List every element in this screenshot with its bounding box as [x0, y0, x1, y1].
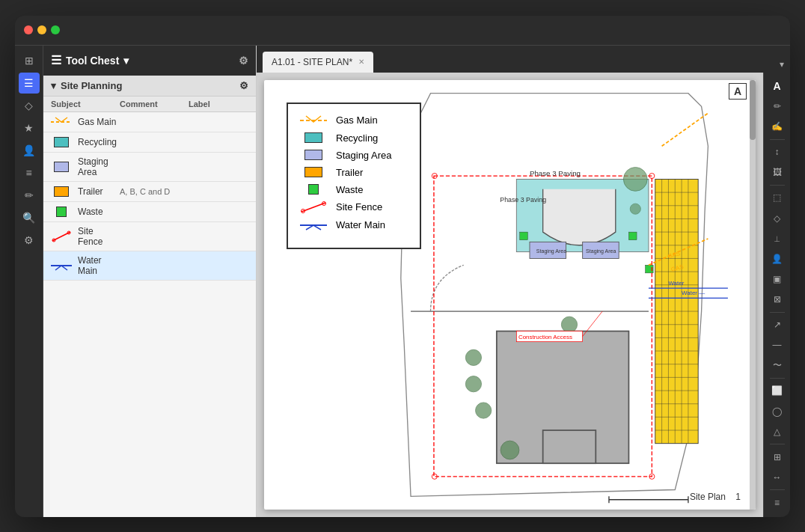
rt-cross-icon[interactable]: ⊠	[767, 290, 788, 309]
maximize-btn[interactable]	[51, 25, 60, 34]
rt-text-icon[interactable]: A	[767, 77, 788, 96]
site-fence-symbol	[51, 230, 72, 242]
cl-water-main-sym	[300, 219, 327, 231]
rt-resize-icon[interactable]: ↕	[767, 143, 788, 162]
right-toolbar: A ✏ ✍ ↕ 🖼 ⬚ ◇ ⟂ 👤 ▣ ⊠ ↗ — 〜	[763, 73, 790, 517]
section-title: Site Planning	[61, 80, 122, 91]
legend-item-staging[interactable]: Staging Area	[43, 153, 256, 182]
svg-point-62	[561, 317, 577, 332]
cl-waste: Waste	[300, 184, 408, 195]
svg-point-60	[476, 402, 492, 418]
rt-wave-icon[interactable]: 〜	[767, 356, 788, 375]
trailer-symbol	[51, 186, 72, 198]
minimize-btn[interactable]	[37, 25, 46, 34]
legend-item-waste[interactable]: Waste	[43, 202, 256, 222]
section-settings-icon[interactable]: ⚙	[239, 80, 248, 91]
svg-rect-43	[628, 232, 637, 240]
waste-symbol	[51, 206, 72, 218]
sidebar-layers-icon[interactable]: ☰	[19, 73, 40, 94]
svg-text:Phase 3 Paving: Phase 3 Paving	[500, 196, 546, 204]
staging-symbol	[51, 161, 72, 173]
rt-divider6	[770, 489, 785, 490]
cl-site-fence-label: Site Fence	[336, 201, 382, 213]
legend-item-site-fence[interactable]: Site Fence	[43, 222, 256, 251]
app-window: ⊞ ☰ ◇ ★ 👤 ≡ ✏ 🔍 ⚙ ☰ Tool Chest ▾ ⚙ ▾ Sit…	[15, 16, 790, 517]
legend-item-water-main[interactable]: Water Main	[43, 251, 256, 281]
sidebar-search-icon[interactable]: 🔍	[19, 207, 40, 228]
rt-pen-icon[interactable]: ✏	[767, 97, 788, 116]
cl-recycling: Recycling	[300, 132, 408, 144]
recycling-symbol	[51, 136, 72, 148]
rt-divider2	[770, 185, 785, 186]
cl-staging-sym	[300, 150, 327, 160]
scroll-track[interactable]	[750, 80, 756, 510]
scroll-thumb[interactable]	[750, 80, 756, 140]
legend-item-trailer[interactable]: Trailer A, B, C and D	[43, 182, 256, 202]
cl-water-main-label: Water Main	[336, 219, 385, 230]
tab-close-icon[interactable]: ✕	[358, 58, 364, 66]
sidebar-home-icon[interactable]: ⊞	[19, 50, 40, 71]
rt-draw-icon[interactable]: ✍	[767, 117, 788, 136]
svg-text:Water —: Water —	[682, 290, 705, 296]
close-btn[interactable]	[24, 25, 33, 34]
col-comment: Comment	[120, 100, 189, 108]
tab-bar: A1.01 - SITE PLAN* ✕ ▾	[257, 46, 790, 73]
gear-icon[interactable]: ⚙	[239, 55, 248, 67]
svg-text:Construction Access: Construction Access	[518, 334, 572, 340]
water-main-symbol	[51, 260, 72, 272]
rt-table-icon[interactable]: ⊞	[767, 447, 788, 466]
cl-trailer-sym	[300, 167, 327, 177]
svg-text:Staging Area: Staging Area	[586, 248, 616, 254]
section-header: ▾ Site Planning ⚙	[43, 76, 256, 97]
rt-diamond-icon[interactable]: ◇	[767, 209, 788, 227]
sidebar-shapes-icon[interactable]: ◇	[19, 95, 40, 116]
sidebar-list-icon[interactable]: ≡	[19, 162, 40, 183]
cl-water-main: Water Main	[300, 219, 408, 231]
rt-line-icon[interactable]: —	[767, 336, 788, 355]
site-plan-text: Site Plan	[690, 492, 726, 502]
page-num: 1	[735, 492, 741, 502]
title-bar	[15, 16, 790, 46]
rt-polygon-icon[interactable]: ⬚	[767, 189, 788, 207]
tab-site-plan[interactable]: A1.01 - SITE PLAN* ✕	[263, 52, 373, 73]
tab-title: A1.01 - SITE PLAN*	[272, 57, 352, 67]
sidebar-star-icon[interactable]: ★	[19, 117, 40, 138]
rt-triangle-icon[interactable]: △	[767, 422, 788, 441]
rt-menu-icon[interactable]: ≡	[767, 493, 788, 512]
rt-arrow-icon[interactable]: ↗	[767, 316, 788, 334]
col-subject: Subject	[51, 100, 120, 108]
svg-text:Water: Water	[668, 279, 684, 286]
svg-text:Staging Area: Staging Area	[536, 248, 566, 254]
rt-circle-icon[interactable]: ◯	[767, 402, 788, 421]
expand-btn[interactable]: ▾	[780, 59, 784, 73]
rt-divider5	[770, 444, 785, 444]
cl-gas-main-sym	[300, 114, 327, 126]
rt-rect-icon[interactable]: ⬜	[767, 382, 788, 400]
sidebar-settings-icon[interactable]: ⚙	[19, 230, 40, 251]
sidebar-edit-icon[interactable]: ✏	[19, 185, 40, 206]
drawing-canvas: A Gas Main	[264, 80, 756, 510]
left-icon-sidebar: ⊞ ☰ ◇ ★ 👤 ≡ ✏ 🔍 ⚙	[15, 46, 43, 517]
cl-trailer-label: Trailer	[336, 167, 363, 178]
svg-point-58	[465, 349, 481, 365]
recycling-label: Recycling	[78, 137, 117, 147]
rt-user-icon[interactable]: 👤	[767, 249, 788, 268]
rt-image-icon[interactable]: 🖼	[767, 163, 788, 182]
cl-recycling-sym	[300, 132, 327, 143]
cl-waste-label: Waste	[336, 184, 363, 195]
svg-point-61	[501, 441, 519, 459]
legend-item-recycling[interactable]: Recycling	[43, 132, 256, 153]
cl-waste-sym	[300, 184, 327, 195]
expand-icon[interactable]: ▾	[51, 80, 56, 91]
rt-divider3	[770, 312, 785, 313]
rt-angle-icon[interactable]: ⟂	[767, 229, 788, 248]
rt-grid-icon[interactable]: ▣	[767, 269, 788, 288]
sidebar-user-icon[interactable]: 👤	[19, 140, 40, 161]
legend-item-gas-main[interactable]: Gas Main	[43, 112, 256, 132]
svg-point-63	[623, 167, 647, 191]
cl-site-fence-sym	[300, 201, 327, 213]
cl-staging-label: Staging Area	[336, 150, 391, 161]
gas-main-label: Gas Main	[78, 117, 116, 127]
rt-ruler-icon[interactable]: ↔	[767, 468, 788, 486]
svg-point-64	[630, 204, 640, 214]
